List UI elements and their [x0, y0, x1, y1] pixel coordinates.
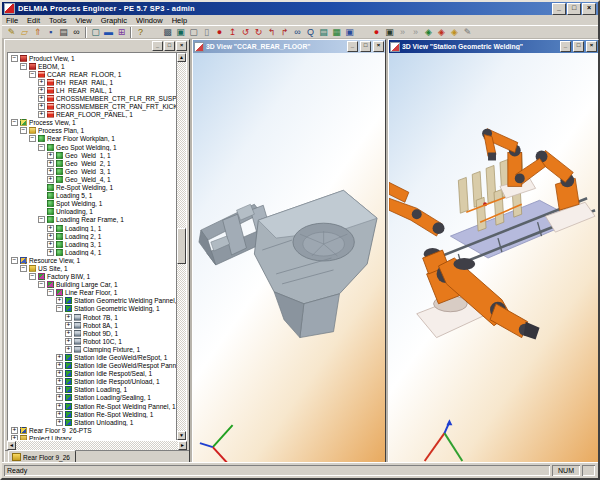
new-resource-icon[interactable]: ✎ — [461, 26, 474, 38]
scroll-up-arrow-icon[interactable]: ▲ — [177, 53, 186, 62]
tree-item[interactable]: −Factory BIW, 1 — [8, 273, 176, 281]
tree-item[interactable]: +Station Idle Respot/Unload, 1 — [8, 378, 176, 386]
cart-icon[interactable]: ⊞ — [115, 26, 128, 38]
tree-item[interactable]: +CROSSMEMBER_CTR_PAN_FRT_KICK_UP — [8, 103, 176, 111]
expand-icon[interactable]: + — [47, 233, 54, 240]
expand-icon[interactable]: + — [38, 87, 45, 94]
tree-item[interactable]: +Geo_Weld_1, 1 — [8, 151, 176, 159]
tree-item[interactable]: +Robot 7B, 1 — [8, 313, 176, 321]
tree-item[interactable]: +Station Idle Respot/Seal, 1 — [8, 370, 176, 378]
window-icon[interactable]: ▢ — [187, 26, 200, 38]
expand-icon[interactable]: + — [56, 354, 63, 361]
tree-item[interactable]: +Clamping Fixture, 1 — [8, 345, 176, 353]
expand-icon[interactable]: + — [38, 95, 45, 102]
gantt-icon[interactable]: ▦ — [330, 26, 343, 38]
expand-icon[interactable]: + — [11, 435, 18, 440]
tree-item[interactable]: Spot Welding, 1 — [8, 200, 176, 208]
load-product-icon[interactable]: ↥ — [226, 26, 239, 38]
expand-icon[interactable]: + — [65, 330, 72, 337]
link-up-icon[interactable]: ↰ — [265, 26, 278, 38]
scrollbar-thumb[interactable] — [177, 228, 186, 264]
view2-3d-viewport[interactable] — [389, 53, 598, 464]
expand-icon[interactable]: + — [38, 79, 45, 86]
import-icon[interactable]: ⇑ — [31, 26, 44, 38]
view1-minimize-button[interactable]: _ — [347, 41, 358, 52]
menu-view[interactable]: View — [76, 16, 92, 25]
tree-item[interactable]: +Geo_Weld_3, 1 — [8, 167, 176, 175]
camera-icon[interactable]: ▣ — [383, 26, 396, 38]
tree-item[interactable]: +Robot 10C, 1 — [8, 337, 176, 345]
collapse-icon[interactable]: − — [38, 216, 45, 223]
edit-resource-icon[interactable]: ◈ — [448, 26, 461, 38]
tree-item[interactable]: +Geo_Weld_2, 1 — [8, 159, 176, 167]
tree-item[interactable]: +Loading 4, 1 — [8, 248, 176, 256]
tree-item[interactable]: +Station Idle GeoWeld/Respot Pannel — [8, 362, 176, 370]
expand-icon[interactable]: + — [47, 249, 54, 256]
close-button[interactable]: × — [582, 3, 596, 15]
scroll-left-arrow-icon[interactable]: ◄ — [7, 441, 16, 450]
tree-item[interactable]: +Geo_Weld_4, 1 — [8, 175, 176, 183]
expand-icon[interactable]: + — [47, 168, 54, 175]
expand-icon[interactable]: + — [56, 411, 63, 418]
collapse-icon[interactable]: − — [29, 71, 36, 78]
expand-icon[interactable]: + — [56, 362, 63, 369]
tree-item[interactable]: +Robot 9D, 1 — [8, 329, 176, 337]
expand-icon[interactable]: + — [47, 241, 54, 248]
view2-close-button[interactable]: × — [586, 41, 597, 52]
expand-icon[interactable]: + — [56, 419, 63, 426]
open-folder-icon[interactable]: ▱ — [18, 26, 31, 38]
scroll-down-arrow-icon[interactable]: ▼ — [177, 431, 186, 440]
tree-item[interactable]: +Robot 8A, 1 — [8, 321, 176, 329]
collapse-icon[interactable]: − — [20, 63, 27, 70]
print-icon[interactable]: ▤ — [57, 26, 70, 38]
tree-item[interactable]: +Station Unloading, 1 — [8, 418, 176, 426]
assign-resource-icon[interactable]: ◈ — [422, 26, 435, 38]
record-icon[interactable]: ● — [370, 26, 383, 38]
menu-graphic[interactable]: Graphic — [101, 16, 127, 25]
tree-item[interactable]: +Station Re-Spot Welding Pannel, 1 — [8, 402, 176, 410]
tree-window-titlebar[interactable]: _ □ × — [5, 40, 189, 51]
view-3d-icon[interactable]: ∞ — [291, 26, 304, 38]
new-document-icon[interactable]: ▯ — [200, 26, 213, 38]
expand-icon[interactable]: + — [47, 225, 54, 232]
view1-3d-viewport[interactable] — [193, 53, 385, 464]
tree-item[interactable]: +Station Re-Spot Welding, 1 — [8, 410, 176, 418]
collapse-icon[interactable]: − — [38, 281, 45, 288]
notes-icon[interactable]: ✎ — [5, 26, 18, 38]
product-node-icon[interactable]: ● — [213, 26, 226, 38]
tree-close-button[interactable]: × — [176, 41, 187, 51]
collapse-icon[interactable]: − — [11, 119, 18, 126]
rotate-left-icon[interactable]: ↺ — [239, 26, 252, 38]
cascade-windows-icon[interactable]: ▩ — [161, 26, 174, 38]
tree-item[interactable]: +REAR_FLOOR_PANEL, 1 — [8, 111, 176, 119]
expand-icon[interactable]: + — [56, 403, 63, 410]
tree-item[interactable]: −CCAR_REAR_FLOOR, 1 — [8, 70, 176, 78]
title-bar[interactable]: DELMIA Process Engineer - PE 5.7 SP3 - a… — [2, 2, 598, 15]
layout-icon[interactable]: ▤ — [317, 26, 330, 38]
save-icon[interactable]: ▪ — [44, 26, 57, 38]
tree-item[interactable]: Loading 5, 1 — [8, 192, 176, 200]
tree-item[interactable]: −Process Plan, 1 — [8, 127, 176, 135]
step-last-icon[interactable]: » — [409, 26, 422, 38]
expand-icon[interactable]: + — [65, 346, 72, 353]
expand-icon[interactable]: + — [38, 111, 45, 118]
collapse-icon[interactable]: − — [29, 135, 36, 142]
expand-icon[interactable]: + — [65, 338, 72, 345]
view2-minimize-button[interactable]: _ — [560, 41, 571, 52]
restore-button[interactable]: □ — [567, 3, 581, 15]
remove-resource-icon[interactable]: ◈ — [435, 26, 448, 38]
zoom-icon[interactable]: Q — [304, 26, 317, 38]
tree-item[interactable]: +Loading 1, 1 — [8, 224, 176, 232]
menu-file[interactable]: File — [6, 16, 18, 25]
tree-item[interactable]: −Rear Floor Workplan, 1 — [8, 135, 176, 143]
expand-icon[interactable]: + — [11, 427, 18, 434]
properties-icon[interactable]: ▬ — [102, 26, 115, 38]
viewport-icon[interactable]: ▣ — [174, 26, 187, 38]
view1-close-button[interactable]: × — [373, 41, 384, 52]
expand-icon[interactable]: + — [47, 176, 54, 183]
menu-tools[interactable]: Tools — [49, 16, 67, 25]
tree-item[interactable]: +Loading 2, 1 — [8, 232, 176, 240]
tree-item[interactable]: +RH_REAR_RAIL, 1 — [8, 78, 176, 86]
expand-icon[interactable]: + — [65, 322, 72, 329]
collapse-icon[interactable]: − — [11, 257, 18, 264]
